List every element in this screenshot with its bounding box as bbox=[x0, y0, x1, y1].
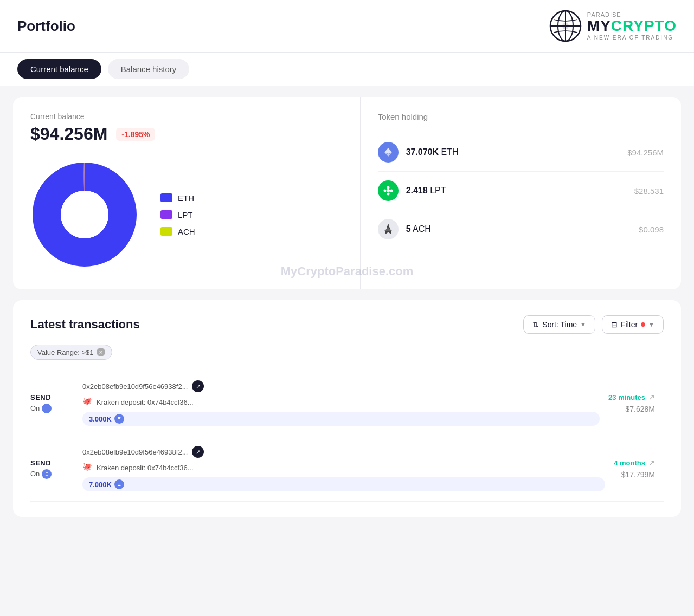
logo-tagline: A NEW ERA OF TRADING bbox=[587, 35, 677, 41]
ach-value: $0.098 bbox=[639, 225, 664, 234]
tx-ext-icon-2[interactable]: ↗ bbox=[648, 458, 655, 467]
tx-dest-2: 🐙 Kraken deposit: 0x74b4ccf36... bbox=[82, 462, 605, 473]
tx-dest-text-2: Kraken deposit: 0x74b4ccf36... bbox=[97, 464, 194, 472]
kraken-icon-2: 🐙 bbox=[82, 462, 93, 473]
token-row-eth: 37.070K ETH $94.256M bbox=[378, 133, 664, 172]
legend-ach: ACH bbox=[160, 227, 195, 236]
tx-mid-col-2: 0x2eb08efb9e10d9f56e46938f2... ↗ 🐙 Krake… bbox=[82, 446, 605, 491]
sort-button[interactable]: ⇅ Sort: Time ▼ bbox=[523, 315, 595, 334]
filter-tag: Value Range: >$1 ✕ bbox=[30, 345, 112, 360]
tx-type-col-2: SEND On Ξ bbox=[30, 459, 74, 479]
eth-token-info: 37.070K ETH bbox=[406, 147, 628, 157]
ach-token-info: 5 ACH bbox=[406, 224, 639, 234]
ach-swatch bbox=[160, 227, 172, 236]
tx-amount-pill-1: 3.000K Ξ bbox=[82, 412, 600, 426]
eth-label: ETH bbox=[178, 193, 194, 203]
svg-point-4 bbox=[562, 23, 569, 29]
filter-tag-remove[interactable]: ✕ bbox=[97, 348, 105, 356]
sort-label: Sort: Time bbox=[542, 320, 577, 329]
tx-on-label-2: On bbox=[30, 470, 40, 478]
svg-point-15 bbox=[390, 190, 393, 192]
eth-amount-badge-2: Ξ bbox=[114, 479, 124, 489]
balance-row: $94.256M -1.895% bbox=[30, 124, 343, 144]
eth-badge-1: Ξ bbox=[42, 404, 52, 413]
app-header: Portfolio PARADISE MYCRYPTO A NEW ERA OF… bbox=[0, 0, 694, 53]
lpt-token-info: 2.418 LPT bbox=[406, 186, 634, 196]
tx-type-col-1: SEND On Ξ bbox=[30, 393, 74, 413]
filter-icon: ⊟ bbox=[611, 320, 618, 329]
globe-icon bbox=[549, 10, 582, 42]
token-panel: Token holding 37.070K ETH $94.256M bbox=[361, 97, 681, 289]
ach-token-icon bbox=[378, 219, 399, 239]
tx-time-2: 4 months bbox=[614, 459, 645, 467]
main-content: Current balance $94.256M -1.895% bbox=[0, 86, 694, 528]
eth-swatch bbox=[160, 193, 172, 202]
tx-ext-icon-1[interactable]: ↗ bbox=[648, 393, 655, 401]
svg-point-13 bbox=[387, 193, 389, 196]
transactions-card: Latest transactions ⇅ Sort: Time ▼ ⊟ Fil… bbox=[13, 300, 681, 517]
balance-change: -1.895% bbox=[116, 128, 155, 141]
sort-icon: ⇅ bbox=[532, 320, 539, 329]
tx-hash-1: 0x2eb08efb9e10d9f56e46938f2... bbox=[82, 382, 188, 391]
lpt-swatch bbox=[160, 210, 172, 219]
eth-amount: 37.070K ETH bbox=[406, 147, 459, 157]
svg-point-11 bbox=[387, 189, 390, 192]
logo-area: PARADISE MYCRYPTO A NEW ERA OF TRADING bbox=[549, 10, 677, 42]
filter-chevron-icon: ▼ bbox=[648, 321, 654, 328]
tx-usd-2: $17.799M bbox=[621, 470, 655, 479]
tx-mid-col-1: 0x2eb08efb9e10d9f56e46938f2... ↗ 🐙 Krake… bbox=[82, 380, 600, 426]
kraken-icon-1: 🐙 bbox=[82, 397, 93, 407]
tx-controls: ⇅ Sort: Time ▼ ⊟ Filter ▼ bbox=[523, 315, 664, 334]
tx-time-1: 23 minutes bbox=[608, 393, 645, 401]
tx-amount-pill-2: 7.000K Ξ bbox=[82, 477, 605, 491]
tx-hash-2: 0x2eb08efb9e10d9f56e46938f2... bbox=[82, 448, 188, 456]
filter-active-dot bbox=[641, 322, 645, 327]
tx-time-col-2: 4 months ↗ $17.799M bbox=[614, 458, 655, 479]
filter-tag-text: Value Range: >$1 bbox=[37, 348, 93, 356]
eth-token-icon bbox=[378, 142, 399, 163]
balance-amount: $94.256M bbox=[30, 124, 107, 144]
ach-label: ACH bbox=[178, 227, 195, 236]
donut-chart bbox=[30, 160, 139, 269]
tx-dest-1: 🐙 Kraken deposit: 0x74b4ccf36... bbox=[82, 397, 600, 407]
tx-type-1: SEND bbox=[30, 393, 74, 401]
lpt-token-icon bbox=[378, 180, 399, 201]
svg-marker-18 bbox=[384, 228, 392, 231]
tx-on-label-1: On bbox=[30, 404, 40, 412]
logo-text: PARADISE MYCRYPTO A NEW ERA OF TRADING bbox=[587, 11, 677, 41]
tx-type-2: SEND bbox=[30, 459, 74, 467]
tx-time-ext-2: 4 months ↗ bbox=[614, 458, 655, 467]
token-row-ach: 5 ACH $0.098 bbox=[378, 210, 664, 248]
chart-legend: ETH LPT ACH bbox=[160, 193, 195, 236]
legend-lpt: LPT bbox=[160, 210, 195, 219]
filter-tag-area: Value Range: >$1 ✕ bbox=[30, 345, 664, 371]
tab-current-balance[interactable]: Current balance bbox=[17, 59, 101, 79]
token-row-lpt: 2.418 LPT $28.531 bbox=[378, 172, 664, 210]
eth-amount-badge-1: Ξ bbox=[114, 414, 124, 424]
balance-panel: Current balance $94.256M -1.895% bbox=[13, 97, 361, 289]
portfolio-card: Current balance $94.256M -1.895% bbox=[13, 97, 681, 289]
legend-eth: ETH bbox=[160, 193, 195, 203]
tx-arrow-2: ↗ bbox=[192, 446, 204, 458]
tx-header: Latest transactions ⇅ Sort: Time ▼ ⊟ Fil… bbox=[30, 315, 664, 334]
lpt-value: $28.531 bbox=[634, 186, 664, 196]
tx-time-col-1: 23 minutes ↗ $7.628M bbox=[608, 393, 655, 413]
filter-button[interactable]: ⊟ Filter ▼ bbox=[602, 315, 664, 334]
tx-time-ext-1: 23 minutes ↗ bbox=[608, 393, 655, 401]
lpt-label: LPT bbox=[178, 210, 193, 219]
tx-on-row-1: On Ξ bbox=[30, 404, 74, 413]
table-row: SEND On Ξ 0x2eb08efb9e10d9f56e46938f2...… bbox=[30, 436, 664, 502]
tx-hash-row-2: 0x2eb08efb9e10d9f56e46938f2... ↗ bbox=[82, 446, 605, 458]
balance-label: Current balance bbox=[30, 112, 343, 121]
lpt-amount: 2.418 LPT bbox=[406, 186, 446, 195]
tabs-bar: Current balance Balance history bbox=[0, 53, 694, 86]
page-title: Portfolio bbox=[17, 18, 75, 35]
svg-point-14 bbox=[383, 190, 386, 192]
svg-point-8 bbox=[61, 191, 108, 238]
tab-balance-history[interactable]: Balance history bbox=[108, 59, 190, 79]
tx-hash-row-1: 0x2eb08efb9e10d9f56e46938f2... ↗ bbox=[82, 380, 600, 392]
ach-amount: 5 ACH bbox=[406, 224, 431, 234]
tx-usd-1: $7.628M bbox=[626, 405, 655, 413]
tx-dest-text-1: Kraken deposit: 0x74b4ccf36... bbox=[97, 398, 194, 406]
eth-value: $94.256M bbox=[627, 148, 664, 157]
